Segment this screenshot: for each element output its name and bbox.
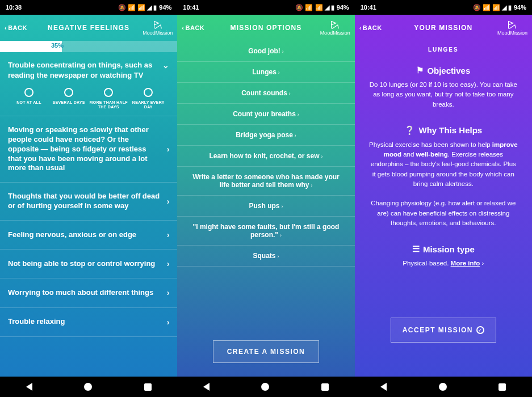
mission-item[interactable]: Squats› xyxy=(177,246,354,267)
nav-recent-icon[interactable] xyxy=(144,383,152,391)
status-bar: 10:41 🔕 📶 📶 ◢ ▮ 94% xyxy=(355,0,532,15)
status-icons: 🔕 📶 📶 ◢ ▮ 94% xyxy=(118,4,171,11)
option-not-at-all[interactable]: NOT AT ALL xyxy=(9,88,49,110)
chevron-right-icon: › xyxy=(167,259,170,269)
mission-item[interactable]: Bridge yoga pose› xyxy=(177,125,354,146)
header: ‹ BACK NEGATIVE FEELINGS MoodMission xyxy=(0,15,177,41)
screen-your-mission: 10:41 🔕 📶 📶 ◢ ▮ 94% ‹ BACK YOUR MISSION … xyxy=(355,0,532,397)
nav-back-icon[interactable] xyxy=(26,383,32,391)
mission-list: Good job!› Lunges› Count sounds› Count y… xyxy=(177,41,354,327)
status-icons: 🔕 📶 📶 ◢ ▮ 94% xyxy=(473,4,526,11)
question-item[interactable]: Feeling nervous, anxious or on edge› xyxy=(0,221,177,250)
page-title: MISSION OPTIONS xyxy=(177,24,354,32)
chevron-right-icon: › xyxy=(311,183,313,188)
question-icon: ❔ xyxy=(404,125,415,136)
objectives-section: ⚑Objectives Do 10 lunges (or 20 if 10 is… xyxy=(355,58,532,119)
nav-home-icon[interactable] xyxy=(84,383,92,391)
chevron-right-icon: › xyxy=(167,144,170,154)
type-title: ☰Mission type xyxy=(368,244,518,254)
why-section: ❔Why This Helps Physical exercise has be… xyxy=(355,119,532,237)
mission-item[interactable]: Good job!› xyxy=(177,41,354,62)
mission-name: LUNGES xyxy=(355,41,532,58)
page-title: YOUR MISSION xyxy=(355,24,532,32)
android-navbar xyxy=(355,377,532,397)
nav-back-icon[interactable] xyxy=(203,383,210,391)
chevron-right-icon: › xyxy=(282,204,283,209)
mission-item[interactable]: "I might have some faults, but I'm still… xyxy=(177,217,354,246)
page-title: NEGATIVE FEELINGS xyxy=(0,24,177,32)
progress-bar: 35% xyxy=(0,41,177,52)
status-time: 10:38 xyxy=(6,4,22,11)
chevron-right-icon: › xyxy=(295,133,296,138)
status-time: 10:41 xyxy=(361,4,376,11)
chevron-right-icon: › xyxy=(482,260,484,267)
why-title: ❔Why This Helps xyxy=(368,125,518,136)
accept-mission-button[interactable]: ACCEPT MISSION ✓ xyxy=(391,318,496,343)
chevron-right-icon: › xyxy=(321,154,323,159)
chevron-right-icon: › xyxy=(282,49,284,54)
answer-options: NOT AT ALL SEVERAL DAYS MORE THAN HALF T… xyxy=(8,88,169,110)
objectives-body: Do 10 lunges (or 20 if 10 is too easy). … xyxy=(368,80,518,109)
progress-label: 35% xyxy=(51,42,64,49)
mission-item[interactable]: Write a letter to someone who has made y… xyxy=(177,167,354,196)
nav-home-icon[interactable] xyxy=(261,383,269,391)
question-item[interactable]: Thoughts that you would be better off de… xyxy=(0,183,177,221)
chevron-right-icon: › xyxy=(167,196,170,206)
chevron-down-icon: ⌄ xyxy=(162,60,169,80)
option-several-days[interactable]: SEVERAL DAYS xyxy=(49,88,89,110)
android-navbar xyxy=(177,377,354,397)
chevron-right-icon: › xyxy=(278,254,279,259)
radio-icon xyxy=(104,88,113,97)
chevron-right-icon: › xyxy=(167,288,170,298)
status-time: 10:41 xyxy=(183,4,199,11)
radio-icon xyxy=(144,88,153,97)
question-item[interactable]: Not being able to stop or control worryi… xyxy=(0,250,177,278)
option-nearly-every-day[interactable]: NEARLY EVERY DAY xyxy=(128,88,168,110)
check-circle-icon: ✓ xyxy=(476,326,484,334)
question-item[interactable]: Moving or speaking so slowly that other … xyxy=(0,116,177,183)
mission-item[interactable]: Push ups› xyxy=(177,196,354,217)
status-bar: 10:41 🔕 📶 📶 ◢ ▮ 94% xyxy=(177,0,354,15)
android-navbar xyxy=(0,377,177,397)
list-icon: ☰ xyxy=(412,244,420,254)
screen-mission-options: 10:41 🔕 📶 📶 ◢ ▮ 94% ‹ BACK MISSION OPTIO… xyxy=(177,0,354,397)
status-icons: 🔕 📶 📶 ◢ ▮ 94% xyxy=(295,4,349,11)
radio-icon xyxy=(24,88,33,97)
mission-item[interactable]: Lunges› xyxy=(177,62,354,83)
nav-recent-icon[interactable] xyxy=(499,383,506,391)
more-info-link[interactable]: More info xyxy=(451,260,480,267)
status-bar: 10:38 🔕 📶 📶 ◢ ▮ 94% xyxy=(0,0,177,15)
mission-item[interactable]: Count your breaths› xyxy=(177,104,354,125)
objectives-title: ⚑Objectives xyxy=(368,65,518,75)
type-section: ☰Mission type Physical-based. More info … xyxy=(355,237,532,277)
question-item[interactable]: Trouble relaxing› xyxy=(0,308,177,337)
chevron-right-icon: › xyxy=(280,233,282,238)
header: ‹ BACK MISSION OPTIONS MoodMission xyxy=(177,15,354,41)
nav-recent-icon[interactable] xyxy=(321,383,329,391)
type-body: Physical-based. More info › xyxy=(368,259,518,268)
mission-item[interactable]: Learn how to knit, crochet, or sew› xyxy=(177,146,354,167)
nav-back-icon[interactable] xyxy=(380,383,387,391)
header: ‹ BACK YOUR MISSION MoodMission xyxy=(355,15,532,41)
mission-item[interactable]: Count sounds› xyxy=(177,83,354,104)
chevron-right-icon: › xyxy=(167,230,170,240)
why-body: Physical exercise has been shown to help… xyxy=(368,140,518,228)
nav-home-icon[interactable] xyxy=(439,383,447,391)
create-mission-button[interactable]: CREATE A MISSION xyxy=(213,340,320,363)
chevron-right-icon: › xyxy=(289,91,291,96)
chevron-right-icon: › xyxy=(298,112,299,117)
radio-icon xyxy=(64,88,73,97)
flag-icon: ⚑ xyxy=(416,65,424,75)
question-item[interactable]: Worrying too much about different things… xyxy=(0,278,177,307)
option-more-than-half[interactable]: MORE THAN HALF THE DAYS xyxy=(89,88,128,110)
chevron-right-icon: › xyxy=(278,70,280,75)
chevron-right-icon: › xyxy=(167,317,170,327)
expanded-question[interactable]: Trouble concentrating on things, such as… xyxy=(0,52,177,116)
screen-negative-feelings: 10:38 🔕 📶 📶 ◢ ▮ 94% ‹ BACK NEGATIVE FEEL… xyxy=(0,0,177,397)
